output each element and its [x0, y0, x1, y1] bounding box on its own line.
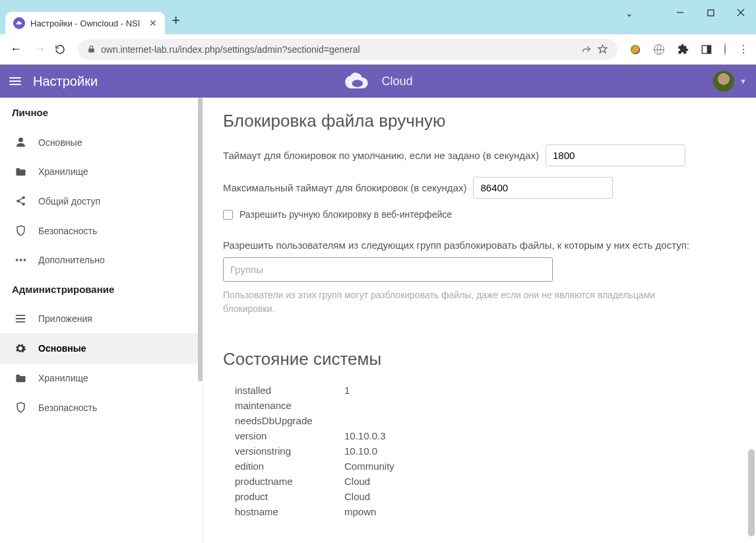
- svg-point-12: [23, 259, 26, 261]
- system-row: needsDbUpgrade: [223, 413, 736, 428]
- window-minimize-button[interactable]: [665, 0, 695, 25]
- system-key: maintenance: [235, 400, 344, 411]
- unlock-groups-help: Пользователи из этих групп могут разблок…: [223, 288, 685, 316]
- window-dropdown-icon[interactable]: ⌄: [625, 8, 633, 18]
- sidebar-personal-item-0[interactable]: Основные: [0, 127, 203, 157]
- system-row: hostnamempown: [223, 504, 736, 519]
- system-key: version: [235, 430, 344, 441]
- sidebar-personal-item-1[interactable]: Хранилище: [0, 157, 203, 186]
- svg-point-6: [352, 80, 363, 87]
- browser-toolbar: ← → own.internet-lab.ru/index.php/settin…: [0, 34, 756, 65]
- app-brand[interactable]: Cloud: [343, 71, 412, 91]
- new-tab-button[interactable]: +: [172, 12, 180, 32]
- system-key: productname: [235, 476, 344, 487]
- system-value: 1: [344, 385, 350, 396]
- settings-content: Блокировка файла вручную Таймаут для бло…: [203, 98, 756, 543]
- folder-icon: [15, 167, 26, 177]
- sidebar-item-label: Хранилище: [38, 373, 88, 383]
- timeout-input[interactable]: [546, 144, 685, 166]
- share-icon[interactable]: [581, 44, 592, 55]
- system-row: editionCommunity: [223, 459, 736, 474]
- person-icon: [15, 137, 26, 148]
- sidebar-item-label: Дополнительно: [38, 255, 105, 265]
- timeout-label: Таймаут для блокировок по умолчанию, есл…: [223, 150, 539, 161]
- dots-icon: [15, 258, 26, 262]
- window-maximize-button[interactable]: [695, 0, 726, 25]
- system-key: edition: [235, 461, 344, 472]
- sidebar-admin-item-1[interactable]: Основные: [0, 333, 203, 364]
- share-icon: [15, 195, 26, 207]
- maxtimeout-input[interactable]: [473, 177, 613, 199]
- maxtimeout-label: Максимальный таймаут для блокировок (в с…: [223, 182, 466, 193]
- page-title: Настройки: [33, 74, 98, 89]
- sidebar-personal-item-3[interactable]: Безопасность: [0, 216, 203, 245]
- ext-puzzle-icon[interactable]: [677, 44, 689, 55]
- system-value: 10.10.0: [344, 445, 377, 457]
- system-value: Cloud: [344, 476, 370, 487]
- system-value: Community: [344, 461, 394, 472]
- shield-icon: [15, 402, 26, 413]
- nav-back-button[interactable]: ←: [7, 42, 25, 56]
- gear-icon: [15, 342, 26, 354]
- system-key: installed: [235, 385, 344, 396]
- user-avatar[interactable]: [713, 71, 734, 92]
- ext-cookie-icon[interactable]: [629, 44, 641, 55]
- url-text: own.internet-lab.ru/index.php/settings/a…: [101, 44, 360, 55]
- tab-title: Настройки - Owncloud - NSI: [30, 18, 140, 28]
- system-value: 10.10.0.3: [344, 430, 386, 441]
- shield-icon: [15, 225, 26, 236]
- nav-reload-button[interactable]: [54, 44, 73, 55]
- lock-icon: [87, 45, 96, 53]
- unlock-groups-input[interactable]: Группы: [223, 257, 553, 282]
- sidebar-personal-item-4[interactable]: Дополнительно: [0, 245, 203, 274]
- browser-tab[interactable]: Настройки - Owncloud - NSI ✕: [5, 12, 165, 34]
- svg-point-10: [15, 259, 18, 261]
- filelock-heading: Блокировка файла вручную: [223, 111, 736, 131]
- system-row: versionstring10.10.0: [223, 443, 736, 459]
- folder-icon: [15, 373, 26, 383]
- bookmark-star-icon[interactable]: [597, 44, 608, 55]
- allow-manual-lock-checkbox[interactable]: [223, 210, 233, 220]
- user-menu-caret-icon[interactable]: ▼: [740, 77, 747, 85]
- profile-avatar-icon[interactable]: [724, 44, 726, 55]
- nav-forward-button: →: [30, 42, 49, 56]
- app-header: Настройки Cloud ▼: [0, 65, 756, 98]
- browser-tabstrip: Настройки - Owncloud - NSI ✕ +: [0, 9, 756, 34]
- browser-menu-icon[interactable]: ⋮: [738, 44, 749, 55]
- content-scrollbar[interactable]: [748, 449, 755, 536]
- system-value: Cloud: [344, 491, 370, 502]
- ext-globe-icon[interactable]: [653, 44, 665, 55]
- system-status-heading: Состояние системы: [223, 349, 736, 369]
- system-row: productCloud: [223, 489, 736, 504]
- settings-sidebar: Личное ОсновныеХранилищеОбщий доступБезо…: [0, 98, 203, 543]
- svg-point-11: [19, 259, 22, 261]
- list-icon: [15, 314, 26, 323]
- svg-rect-1: [708, 10, 714, 16]
- system-key: product: [235, 491, 344, 502]
- window-close-button[interactable]: [726, 0, 756, 25]
- sidebar-admin-item-3[interactable]: Безопасность: [0, 393, 203, 422]
- sidebar-section-admin: Администрирование: [0, 274, 203, 304]
- system-key: hostname: [235, 506, 344, 517]
- sidebar-admin-item-2[interactable]: Хранилище: [0, 364, 203, 393]
- allow-manual-lock-label: Разрешить ручную блокировку в веб-интерф…: [239, 209, 452, 220]
- svg-rect-5: [707, 46, 711, 53]
- system-row: maintenance: [223, 398, 736, 413]
- hamburger-menu-button[interactable]: [9, 77, 21, 85]
- system-row: installed1: [223, 383, 736, 398]
- tab-favicon: [13, 17, 25, 29]
- sidebar-personal-item-2[interactable]: Общий доступ: [0, 186, 203, 216]
- system-key: needsDbUpgrade: [235, 415, 344, 426]
- sidebar-admin-item-0[interactable]: Приложения: [0, 304, 203, 333]
- sidebar-item-label: Хранилище: [38, 166, 88, 177]
- tab-close-icon[interactable]: ✕: [149, 18, 157, 28]
- system-key: versionstring: [235, 445, 344, 457]
- system-row: version10.10.0.3: [223, 428, 736, 443]
- sidebar-item-label: Общий доступ: [38, 196, 100, 207]
- cloud-logo-icon: [343, 71, 372, 91]
- address-bar[interactable]: own.internet-lab.ru/index.php/settings/a…: [78, 39, 617, 60]
- ext-panel-icon[interactable]: [701, 44, 712, 55]
- sidebar-item-label: Безопасность: [38, 402, 97, 413]
- unlock-groups-label: Разрешить пользователям из следующих гру…: [223, 238, 736, 252]
- sidebar-section-personal: Личное: [0, 98, 203, 127]
